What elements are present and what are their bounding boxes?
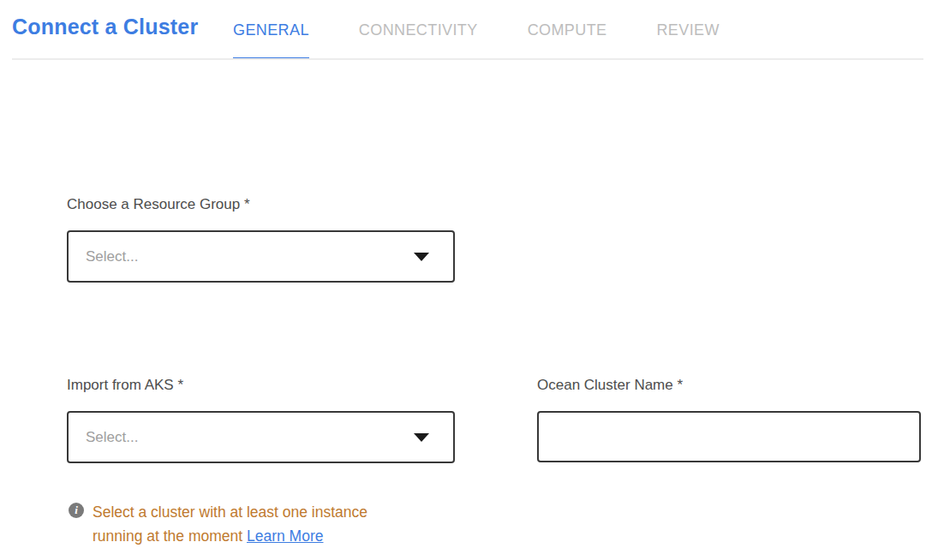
cluster-instance-note: i Select a cluster with at least one ins…	[69, 500, 411, 548]
cluster-name-label: Ocean Cluster Name *	[537, 377, 683, 394]
wizard-header: Connect a Cluster GENERAL CONNECTIVITY C…	[0, 0, 932, 60]
learn-more-link[interactable]: Learn More	[247, 527, 324, 545]
cluster-name-input[interactable]	[537, 411, 921, 462]
tab-compute[interactable]: COMPUTE	[528, 0, 607, 60]
page-title: Connect a Cluster	[12, 15, 198, 39]
header-divider	[12, 58, 923, 60]
resource-group-placeholder: Select...	[69, 248, 138, 265]
import-aks-select[interactable]: Select...	[67, 411, 455, 463]
info-icon: i	[69, 503, 84, 518]
tab-general[interactable]: GENERAL	[233, 0, 309, 60]
resource-group-select[interactable]: Select...	[67, 230, 455, 283]
import-aks-placeholder: Select...	[69, 429, 138, 446]
tab-connectivity[interactable]: CONNECTIVITY	[359, 0, 478, 60]
chevron-down-icon	[414, 433, 429, 442]
chevron-down-icon	[414, 253, 429, 261]
note-text: Select a cluster with at least one insta…	[93, 503, 367, 545]
resource-group-label: Choose a Resource Group *	[67, 196, 250, 213]
import-aks-label: Import from AKS *	[67, 377, 183, 394]
tab-review[interactable]: REVIEW	[656, 0, 719, 60]
wizard-tabs: GENERAL CONNECTIVITY COMPUTE REVIEW	[233, 0, 720, 60]
